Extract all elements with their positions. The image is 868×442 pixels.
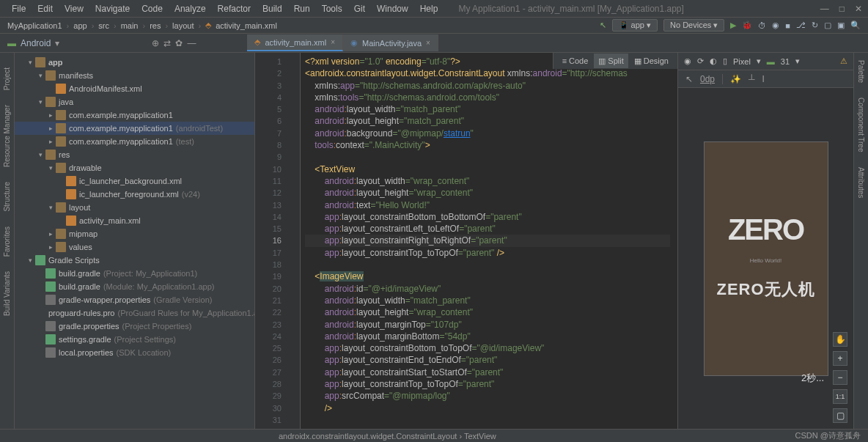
settings-icon[interactable]: ✿ — [175, 38, 183, 48]
eye-icon[interactable]: ◉ — [684, 56, 691, 66]
code-editor[interactable]: ≡ Code ▥ Split ▦ Design ⚠ 3 ✓ 1 ^ ∨ <?xm… — [301, 53, 677, 429]
project-tree[interactable]: ▾app ▾manifests AndroidManifest.xml ▾jav… — [15, 53, 255, 429]
preview-logo: ZERO — [728, 216, 803, 243]
right-tool-strip: Palette Component Tree Attributes — [853, 53, 868, 429]
project-view-dropdown[interactable]: Android — [21, 38, 51, 48]
sdk-icon[interactable]: ▣ — [837, 21, 845, 30]
zoom-in[interactable]: + — [833, 351, 847, 366]
run-config-dropdown[interactable]: 📱 app ▾ — [612, 19, 658, 32]
watermark: CSDN @诗意孤舟 — [795, 430, 861, 441]
menu-view[interactable]: View — [59, 4, 89, 14]
crumb[interactable]: layout — [172, 21, 194, 30]
device-preview[interactable]: ZERO Hello World! ZERO无人机 — [704, 141, 828, 376]
hide-icon[interactable]: — — [187, 38, 196, 48]
tool-palette[interactable]: Palette — [857, 60, 865, 83]
minimize-icon[interactable]: — — [820, 4, 829, 14]
crumb[interactable]: activity_main.xml — [216, 21, 277, 30]
crumb[interactable]: main — [121, 21, 139, 30]
collapse-icon[interactable]: ⊕ — [152, 38, 159, 48]
tool-build-variants[interactable]: Build Variants — [3, 271, 11, 316]
breadcrumb-bar: MyApplication1› app› src› main› res› lay… — [0, 18, 868, 34]
align-icon[interactable]: ┴ — [749, 74, 755, 84]
window-title: My Application1 - activity_main.xml [My_… — [458, 4, 683, 14]
crumb[interactable]: MyApplication1 — [7, 21, 62, 30]
menu-navigate[interactable]: Navigate — [89, 4, 136, 14]
avd-icon[interactable]: ▢ — [824, 21, 831, 30]
api-select[interactable]: 31 — [781, 57, 790, 66]
menu-git[interactable]: Git — [348, 4, 371, 14]
night-icon[interactable]: ◐ — [710, 56, 717, 66]
menu-analyze[interactable]: Analyze — [169, 4, 212, 14]
mode-design[interactable]: ▦ Design — [630, 54, 673, 68]
design-canvas[interactable]: ZERO Hello World! ZERO无人机 2秒... ✋ + − 1:… — [678, 88, 853, 429]
menu-bar: File Edit View Navigate Code Analyze Ref… — [0, 0, 868, 18]
close-tab-icon[interactable]: × — [331, 38, 335, 46]
menu-window[interactable]: Window — [371, 4, 414, 14]
orientation-icon[interactable]: ⟳ — [697, 56, 704, 66]
profile-icon[interactable]: ⏱ — [758, 21, 766, 30]
debug-icon[interactable]: 🐞 — [742, 21, 752, 30]
cursor-icon[interactable]: ↖ — [685, 74, 693, 84]
line-gutter: 1234567891011121314151617181920212223242… — [255, 53, 286, 429]
coverage-icon[interactable]: ◉ — [772, 21, 779, 30]
pan-icon[interactable]: ✋ — [833, 332, 847, 347]
zoom-fit[interactable]: ▢ — [833, 408, 847, 423]
hammer-icon[interactable]: ↖ — [600, 21, 606, 30]
git-icon[interactable]: ⎇ — [796, 21, 806, 30]
menu-help[interactable]: Help — [414, 4, 444, 14]
mode-split[interactable]: ▥ Split — [594, 54, 628, 68]
expand-icon[interactable]: ⇄ — [163, 38, 171, 48]
design-panel: ◉ ⟳ ◐ ▯ Pixel▾ ▬31▾ ⚠ ↖ 0dp ✨ ┴ I ZERO H… — [677, 53, 853, 429]
tool-tab-bar: ▬ Android ▾ ⊕ ⇄ ✿ — ⬘activity_main.xml× … — [0, 34, 868, 53]
search-icon[interactable]: 🔍 — [850, 21, 861, 30]
preview-timer: 2秒... — [801, 372, 824, 385]
tool-component-tree[interactable]: Component Tree — [857, 97, 865, 152]
android-icon: ▬ — [7, 38, 16, 48]
menu-run[interactable]: Run — [288, 4, 316, 14]
tool-structure[interactable]: Structure — [3, 182, 11, 212]
dp-val[interactable]: 0dp — [700, 74, 715, 84]
breadcrumb-path[interactable]: androidx.constraintlayout.widget.Constra… — [279, 432, 496, 441]
status-bar: androidx.constraintlayout.widget.Constra… — [0, 429, 868, 442]
zoom-controls: ✋ + − 1:1 ▢ — [833, 332, 847, 423]
left-tool-strip: Project Resource Manager Structure Favor… — [0, 53, 15, 429]
menu-code[interactable]: Code — [136, 4, 169, 14]
maximize-icon[interactable]: □ — [839, 4, 845, 14]
device-select[interactable]: Pixel — [733, 57, 751, 66]
sync-icon[interactable]: ↻ — [812, 21, 818, 30]
menu-file[interactable]: File — [6, 4, 32, 14]
device-icon[interactable]: ▯ — [723, 56, 727, 66]
crumb[interactable]: res — [150, 21, 161, 30]
design-toolbar: ◉ ⟳ ◐ ▯ Pixel▾ ▬31▾ ⚠ — [678, 53, 853, 70]
close-tab-icon[interactable]: × — [426, 39, 430, 47]
tool-resource-manager[interactable]: Resource Manager — [3, 105, 11, 167]
tool-attributes[interactable]: Attributes — [857, 167, 865, 198]
editor-tab-mainactivity[interactable]: ◉MainActivity.java× — [343, 34, 438, 51]
warning-icon[interactable]: ⚠ — [840, 56, 847, 66]
crumb[interactable]: app — [73, 21, 87, 30]
menu-refactor[interactable]: Refactor — [212, 4, 257, 14]
preview-logo2: ZERO无人机 — [716, 279, 814, 301]
device-dropdown[interactable]: No Devices ▾ — [663, 19, 724, 32]
wand-icon[interactable]: ✨ — [730, 74, 741, 84]
crumb[interactable]: src — [98, 21, 109, 30]
close-icon[interactable]: ✕ — [855, 4, 862, 14]
stop-icon[interactable]: ■ — [785, 21, 790, 30]
menu-tools[interactable]: Tools — [316, 4, 348, 14]
preview-hello: Hello World! — [750, 257, 781, 264]
run-icon[interactable]: ▶ — [730, 21, 736, 30]
design-toolbar2: ↖ 0dp ✨ ┴ I — [678, 70, 853, 88]
tool-project[interactable]: Project — [3, 67, 11, 90]
text-icon[interactable]: I — [762, 74, 765, 84]
editor-tab-activity-main[interactable]: ⬘activity_main.xml× — [247, 34, 343, 51]
zoom-out[interactable]: − — [833, 370, 847, 385]
menu-build[interactable]: Build — [257, 4, 288, 14]
tool-favorites[interactable]: Favorites — [3, 226, 11, 257]
view-mode-switcher: ≡ Code ▥ Split ▦ Design — [553, 53, 677, 69]
gutter-icons — [286, 53, 301, 429]
mode-code[interactable]: ≡ Code — [558, 54, 593, 68]
menu-edit[interactable]: Edit — [32, 4, 59, 14]
zoom-11[interactable]: 1:1 — [833, 389, 847, 404]
